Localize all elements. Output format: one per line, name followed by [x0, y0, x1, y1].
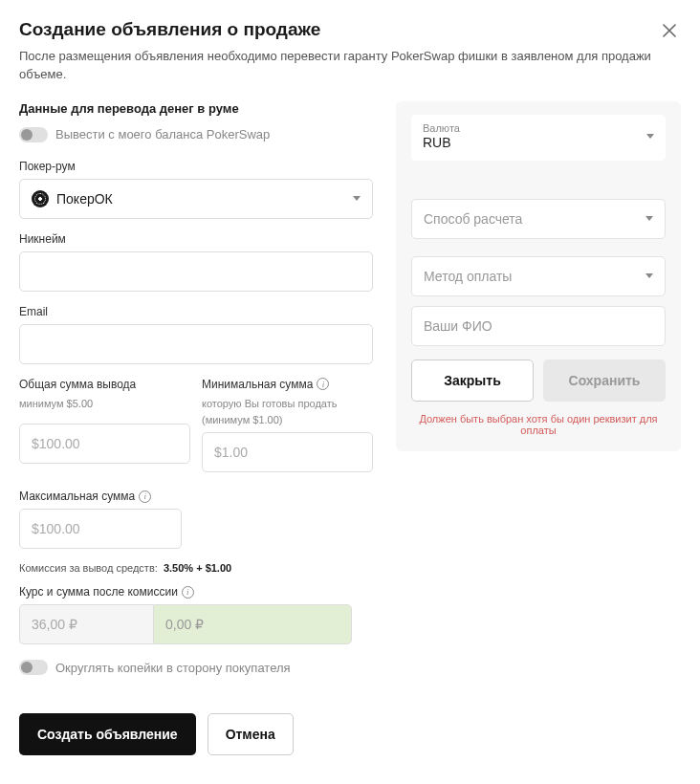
min-sum-label: Минимальная сумма i: [202, 378, 373, 391]
min-sum-field: Минимальная сумма i которую Вы готовы пр…: [202, 378, 373, 473]
close-icon[interactable]: [658, 19, 681, 42]
cancel-button[interactable]: Отмена: [208, 713, 294, 755]
poker-room-select[interactable]: ПокерОК: [19, 179, 373, 219]
toggle-knob: [21, 662, 33, 673]
error-message: Должен быть выбран хотя бы один реквизит…: [411, 413, 666, 436]
total-sum-field: Общая сумма вывода минимум $5.00: [19, 378, 190, 464]
calc-method-select[interactable]: Способ расчета: [411, 199, 666, 239]
withdraw-balance-toggle-label: Вывести с моего баланса PokerSwap: [55, 127, 270, 142]
email-label: Email: [19, 305, 373, 318]
commission-value: 3.50% + $1.00: [164, 562, 231, 574]
min-sum-input[interactable]: [202, 432, 373, 472]
rate-input[interactable]: 36,00 ₽: [19, 604, 153, 644]
poker-room-value: ПокерОК: [56, 191, 113, 207]
toggle-knob: [21, 129, 33, 141]
total-sum-sublabel: минимум $5.00: [19, 397, 190, 411]
nickname-input[interactable]: [19, 251, 373, 292]
email-input[interactable]: [19, 324, 373, 364]
payment-method-placeholder: Метод оплаты: [424, 269, 512, 284]
round-kopecks-toggle-row: Округлять копейки в сторону покупателя: [19, 660, 373, 675]
commission-line: Комиссия за вывод средств: 3.50% + $1.00: [19, 562, 373, 574]
section-heading: Данные для перевода денег в руме: [19, 101, 373, 116]
info-icon[interactable]: i: [182, 586, 194, 599]
modal-header: Создание объявления о продаже После разм…: [19, 19, 681, 84]
pokerok-icon: [32, 190, 49, 207]
nickname-label: Никнейм: [19, 232, 373, 246]
withdraw-balance-toggle-row: Вывести с моего баланса PokerSwap: [19, 127, 373, 142]
max-sum-field: Максимальная сумма i: [19, 490, 373, 549]
min-sum-sublabel-2: (минимум $1.00): [202, 413, 373, 427]
close-button[interactable]: Закрыть: [411, 359, 534, 402]
modal-subtitle: После размещения объявления необходимо п…: [19, 48, 681, 84]
save-button: Сохранить: [543, 359, 666, 402]
fio-placeholder: Ваши ФИО: [424, 318, 492, 334]
create-listing-button[interactable]: Создать объявление: [19, 713, 196, 755]
modal-title: Создание объявления о продаже: [19, 19, 681, 40]
currency-value: RUB: [423, 135, 460, 150]
round-kopecks-toggle[interactable]: [19, 660, 48, 675]
poker-room-label: Покер-рум: [19, 160, 373, 173]
chevron-down-icon: [645, 273, 653, 278]
payment-method-select[interactable]: Метод оплаты: [411, 256, 666, 296]
chevron-down-icon: [645, 216, 653, 221]
info-icon[interactable]: i: [139, 490, 151, 503]
calc-method-placeholder: Способ расчета: [424, 211, 522, 227]
max-sum-label: Максимальная сумма i: [19, 490, 373, 503]
total-sum-label: Общая сумма вывода: [19, 378, 190, 391]
min-sum-sublabel-1: которую Вы готовы продать: [202, 397, 373, 411]
nickname-field: Никнейм: [19, 232, 373, 292]
max-sum-input[interactable]: [19, 509, 182, 549]
currency-select[interactable]: Валюта RUB: [411, 115, 666, 161]
rate-row: 36,00 ₽ 0,00 ₽: [19, 604, 352, 644]
rate-label: Курс и сумма после комиссии i: [19, 585, 373, 599]
rate-result: 0,00 ₽: [153, 604, 352, 644]
currency-label: Валюта: [423, 122, 460, 134]
chevron-down-icon: [353, 196, 361, 201]
chevron-down-icon: [646, 134, 654, 139]
right-panel: Валюта RUB Способ расчета Метод оплаты В…: [396, 101, 681, 451]
action-buttons: Создать объявление Отмена: [19, 713, 373, 755]
fio-input[interactable]: Ваши ФИО: [411, 306, 666, 346]
withdraw-balance-toggle[interactable]: [19, 127, 48, 142]
round-kopecks-toggle-label: Округлять копейки в сторону покупателя: [55, 661, 291, 675]
total-sum-input[interactable]: [19, 424, 190, 464]
right-buttons: Закрыть Сохранить: [411, 359, 666, 402]
poker-room-field: Покер-рум ПокерОК: [19, 160, 373, 219]
email-field: Email: [19, 305, 373, 364]
left-column: Данные для перевода денег в руме Вывести…: [19, 101, 373, 756]
info-icon[interactable]: i: [317, 378, 329, 390]
